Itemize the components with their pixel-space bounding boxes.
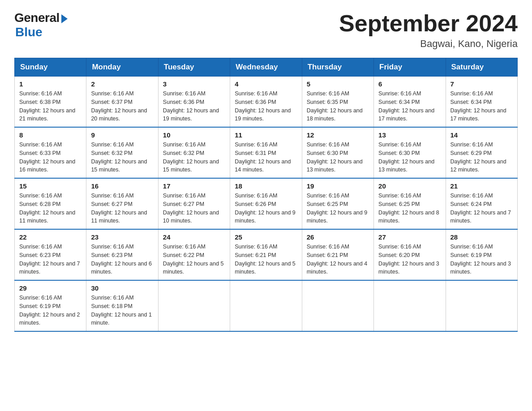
sunset-label: Sunset: 6:25 PM xyxy=(307,201,348,207)
day-number: 26 xyxy=(307,233,369,241)
daylight-label: Daylight: 12 hours and 19 minutes. xyxy=(163,107,219,122)
sunrise-label: Sunrise: 6:16 AM xyxy=(19,90,62,97)
day-info: Sunrise: 6:16 AM Sunset: 6:18 PM Dayligh… xyxy=(91,294,153,327)
sunrise-label: Sunrise: 6:16 AM xyxy=(378,244,421,250)
table-row: 18 Sunrise: 6:16 AM Sunset: 6:26 PM Dayl… xyxy=(230,178,302,229)
calendar-week-row: 29 Sunrise: 6:16 AM Sunset: 6:19 PM Dayl… xyxy=(15,280,518,331)
day-info: Sunrise: 6:16 AM Sunset: 6:27 PM Dayligh… xyxy=(91,192,153,225)
daylight-label: Daylight: 12 hours and 16 minutes. xyxy=(19,158,75,173)
sunset-label: Sunset: 6:27 PM xyxy=(91,201,132,207)
day-info: Sunrise: 6:16 AM Sunset: 6:34 PM Dayligh… xyxy=(450,90,513,123)
daylight-label: Daylight: 12 hours and 19 minutes. xyxy=(235,107,291,122)
table-row: 6 Sunrise: 6:16 AM Sunset: 6:34 PM Dayli… xyxy=(374,77,446,128)
calendar-subtitle: Bagwai, Kano, Nigeria xyxy=(339,38,518,50)
day-info: Sunrise: 6:16 AM Sunset: 6:38 PM Dayligh… xyxy=(19,90,82,123)
sunrise-label: Sunrise: 6:16 AM xyxy=(378,90,421,97)
daylight-label: Daylight: 12 hours and 3 minutes. xyxy=(378,261,439,275)
daylight-label: Daylight: 12 hours and 6 minutes. xyxy=(91,261,152,275)
sunrise-label: Sunrise: 6:16 AM xyxy=(378,141,421,148)
sunrise-label: Sunrise: 6:16 AM xyxy=(450,141,493,148)
header-thursday: Thursday xyxy=(302,58,373,77)
day-number: 22 xyxy=(19,233,82,241)
day-number: 20 xyxy=(378,182,441,190)
day-number: 10 xyxy=(163,131,225,139)
day-number: 29 xyxy=(19,284,82,292)
day-number: 3 xyxy=(163,80,225,88)
day-info: Sunrise: 6:16 AM Sunset: 6:25 PM Dayligh… xyxy=(378,192,441,225)
daylight-label: Daylight: 12 hours and 13 minutes. xyxy=(378,158,434,173)
sunset-label: Sunset: 6:18 PM xyxy=(91,303,132,309)
table-row: 4 Sunrise: 6:16 AM Sunset: 6:36 PM Dayli… xyxy=(230,77,302,128)
day-info: Sunrise: 6:16 AM Sunset: 6:26 PM Dayligh… xyxy=(235,192,297,225)
page-header: General Blue September 2024 Bagwai, Kano… xyxy=(14,11,518,50)
sunrise-label: Sunrise: 6:16 AM xyxy=(235,193,277,199)
sunset-label: Sunset: 6:31 PM xyxy=(235,150,276,156)
day-info: Sunrise: 6:16 AM Sunset: 6:32 PM Dayligh… xyxy=(163,141,225,174)
day-info: Sunrise: 6:16 AM Sunset: 6:23 PM Dayligh… xyxy=(19,243,82,276)
sunset-label: Sunset: 6:30 PM xyxy=(307,150,348,156)
table-row: 30 Sunrise: 6:16 AM Sunset: 6:18 PM Dayl… xyxy=(86,280,158,331)
sunrise-label: Sunrise: 6:16 AM xyxy=(450,193,493,199)
sunset-label: Sunset: 6:33 PM xyxy=(19,150,60,156)
sunrise-label: Sunrise: 6:16 AM xyxy=(307,193,349,199)
table-row: 3 Sunrise: 6:16 AM Sunset: 6:36 PM Dayli… xyxy=(158,77,230,128)
table-row: 24 Sunrise: 6:16 AM Sunset: 6:22 PM Dayl… xyxy=(158,229,230,280)
day-number: 27 xyxy=(378,233,441,241)
table-row: 13 Sunrise: 6:16 AM Sunset: 6:30 PM Dayl… xyxy=(374,127,446,178)
sunset-label: Sunset: 6:35 PM xyxy=(307,99,348,105)
daylight-label: Daylight: 12 hours and 2 minutes. xyxy=(19,312,80,326)
calendar-week-row: 15 Sunrise: 6:16 AM Sunset: 6:28 PM Dayl… xyxy=(15,178,518,229)
sunrise-label: Sunrise: 6:16 AM xyxy=(450,90,493,97)
header-wednesday: Wednesday xyxy=(230,58,302,77)
sunrise-label: Sunrise: 6:16 AM xyxy=(91,244,133,250)
sunrise-label: Sunrise: 6:16 AM xyxy=(91,295,133,301)
calendar-header: Sunday Monday Tuesday Wednesday Thursday… xyxy=(15,58,518,77)
day-number: 4 xyxy=(235,80,297,88)
day-number: 18 xyxy=(235,182,297,190)
table-row: 2 Sunrise: 6:16 AM Sunset: 6:37 PM Dayli… xyxy=(86,77,158,128)
day-number: 11 xyxy=(235,131,297,139)
table-row: 8 Sunrise: 6:16 AM Sunset: 6:33 PM Dayli… xyxy=(15,127,86,178)
daylight-label: Daylight: 12 hours and 21 minutes. xyxy=(19,107,75,122)
sunrise-label: Sunrise: 6:16 AM xyxy=(235,244,277,250)
table-row: 17 Sunrise: 6:16 AM Sunset: 6:27 PM Dayl… xyxy=(158,178,230,229)
table-row: 23 Sunrise: 6:16 AM Sunset: 6:23 PM Dayl… xyxy=(86,229,158,280)
calendar-title: September 2024 xyxy=(339,11,518,36)
day-number: 30 xyxy=(91,284,153,292)
day-info: Sunrise: 6:16 AM Sunset: 6:29 PM Dayligh… xyxy=(450,141,513,174)
table-row: 22 Sunrise: 6:16 AM Sunset: 6:23 PM Dayl… xyxy=(15,229,86,280)
sunset-label: Sunset: 6:29 PM xyxy=(450,150,492,156)
day-info: Sunrise: 6:16 AM Sunset: 6:20 PM Dayligh… xyxy=(378,243,441,276)
table-row: 7 Sunrise: 6:16 AM Sunset: 6:34 PM Dayli… xyxy=(446,77,517,128)
sunset-label: Sunset: 6:20 PM xyxy=(378,252,420,258)
sunset-label: Sunset: 6:36 PM xyxy=(163,99,204,105)
day-number: 1 xyxy=(19,80,82,88)
daylight-label: Daylight: 12 hours and 12 minutes. xyxy=(450,158,506,173)
header-monday: Monday xyxy=(86,58,158,77)
table-row: 9 Sunrise: 6:16 AM Sunset: 6:32 PM Dayli… xyxy=(86,127,158,178)
day-number: 13 xyxy=(378,131,441,139)
sunset-label: Sunset: 6:23 PM xyxy=(91,252,132,258)
day-number: 12 xyxy=(307,131,369,139)
sunset-label: Sunset: 6:23 PM xyxy=(19,252,60,258)
day-info: Sunrise: 6:16 AM Sunset: 6:32 PM Dayligh… xyxy=(91,141,153,174)
day-info: Sunrise: 6:16 AM Sunset: 6:19 PM Dayligh… xyxy=(19,294,82,327)
daylight-label: Daylight: 12 hours and 10 minutes. xyxy=(163,210,219,224)
sunset-label: Sunset: 6:37 PM xyxy=(91,99,132,105)
day-info: Sunrise: 6:16 AM Sunset: 6:21 PM Dayligh… xyxy=(235,243,297,276)
table-row: 28 Sunrise: 6:16 AM Sunset: 6:19 PM Dayl… xyxy=(446,229,517,280)
sunrise-label: Sunrise: 6:16 AM xyxy=(378,193,421,199)
sunset-label: Sunset: 6:22 PM xyxy=(163,252,204,258)
daylight-label: Daylight: 12 hours and 7 minutes. xyxy=(19,261,80,275)
sunset-label: Sunset: 6:32 PM xyxy=(163,150,204,156)
day-info: Sunrise: 6:16 AM Sunset: 6:30 PM Dayligh… xyxy=(307,141,369,174)
day-number: 9 xyxy=(91,131,153,139)
daylight-label: Daylight: 12 hours and 4 minutes. xyxy=(307,261,368,275)
day-number: 23 xyxy=(91,233,153,241)
sunset-label: Sunset: 6:21 PM xyxy=(307,252,348,258)
daylight-label: Daylight: 12 hours and 15 minutes. xyxy=(91,158,147,173)
calendar-week-row: 8 Sunrise: 6:16 AM Sunset: 6:33 PM Dayli… xyxy=(15,127,518,178)
sunset-label: Sunset: 6:27 PM xyxy=(163,201,204,207)
sunrise-label: Sunrise: 6:16 AM xyxy=(19,193,62,199)
day-number: 7 xyxy=(450,80,513,88)
